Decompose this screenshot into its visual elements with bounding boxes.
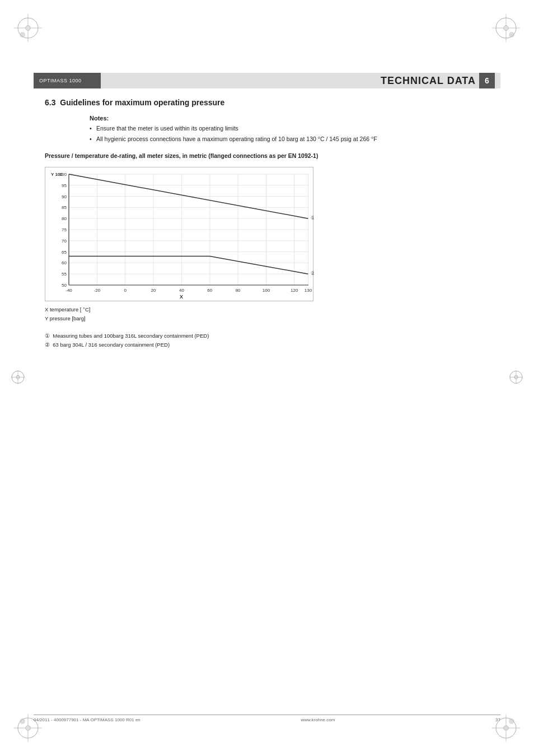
legend-item-1: ① Measuring tubes and 100barg 316L secon… <box>45 332 489 340</box>
side-mark-right <box>508 370 524 387</box>
svg-text:50: 50 <box>62 283 67 288</box>
svg-text:90: 90 <box>62 194 67 199</box>
svg-point-4 <box>20 32 25 38</box>
svg-text:80: 80 <box>236 288 241 293</box>
corner-mark-tl <box>11 11 45 45</box>
product-name: OPTIMASS 1000 <box>34 73 101 88</box>
note-item-2: All hygienic process connections have a … <box>90 135 489 143</box>
footer-center: www.krohne.com <box>301 717 335 722</box>
legend-item-2: ② 63 barg 304L / 316 secondary containme… <box>45 341 489 349</box>
page-title: TECHNICAL DATA <box>381 75 476 87</box>
chart-section-title: Pressure / temperature de-rating, all me… <box>45 152 489 160</box>
svg-text:100: 100 <box>263 288 270 293</box>
svg-text:20: 20 <box>151 288 156 293</box>
svg-text:60: 60 <box>62 260 67 265</box>
svg-point-14 <box>20 718 25 724</box>
header-bar: OPTIMASS 1000 TECHNICAL DATA 6 <box>34 73 500 88</box>
svg-text:-40: -40 <box>65 288 72 293</box>
svg-text:120: 120 <box>291 288 298 293</box>
svg-text:0: 0 <box>124 288 127 293</box>
svg-text:95: 95 <box>62 183 67 188</box>
main-content: 6.3 Guidelines for maximum operating pre… <box>45 98 489 350</box>
corner-mark-tr <box>489 11 523 45</box>
side-mark-left <box>10 370 26 387</box>
chart-y-caption: Y pressure [barg] <box>45 315 489 323</box>
svg-text:Y 100: Y 100 <box>51 172 63 177</box>
section-title: 6.3 Guidelines for maximum operating pre… <box>45 98 489 107</box>
notes-list: Ensure that the meter is used within its… <box>90 124 489 143</box>
svg-text:130: 130 <box>305 288 312 293</box>
chart-x-caption: X temperature [ °C] <box>45 306 489 314</box>
notes-label: Notes: <box>90 115 489 122</box>
svg-text:70: 70 <box>62 239 67 244</box>
svg-text:-20: -20 <box>94 288 101 293</box>
svg-text:60: 60 <box>207 288 212 293</box>
footer-right: 37 <box>495 717 500 722</box>
svg-text:①: ① <box>311 215 314 221</box>
chart-container: 100 95 90 85 80 75 70 65 60 55 50 Y 100 … <box>45 167 313 301</box>
footer-left: 04/2011 - 4000977901 - MA OPTIMASS 1000 … <box>34 717 140 722</box>
svg-text:55: 55 <box>62 272 67 277</box>
svg-text:85: 85 <box>62 205 67 210</box>
svg-text:②: ② <box>311 270 314 276</box>
note-item-1: Ensure that the meter is used within its… <box>90 124 489 133</box>
svg-text:65: 65 <box>62 250 67 255</box>
section-number-badge: 6 <box>479 73 495 88</box>
header-right: TECHNICAL DATA 6 <box>101 73 500 88</box>
svg-text:40: 40 <box>179 288 184 293</box>
chart-svg: 100 95 90 85 80 75 70 65 60 55 50 Y 100 … <box>45 167 314 302</box>
svg-point-9 <box>509 32 514 38</box>
svg-text:X: X <box>180 294 183 300</box>
svg-text:75: 75 <box>62 227 67 232</box>
svg-text:80: 80 <box>62 216 67 221</box>
footer-bar: 04/2011 - 4000977901 - MA OPTIMASS 1000 … <box>34 715 500 722</box>
svg-point-19 <box>509 718 514 724</box>
